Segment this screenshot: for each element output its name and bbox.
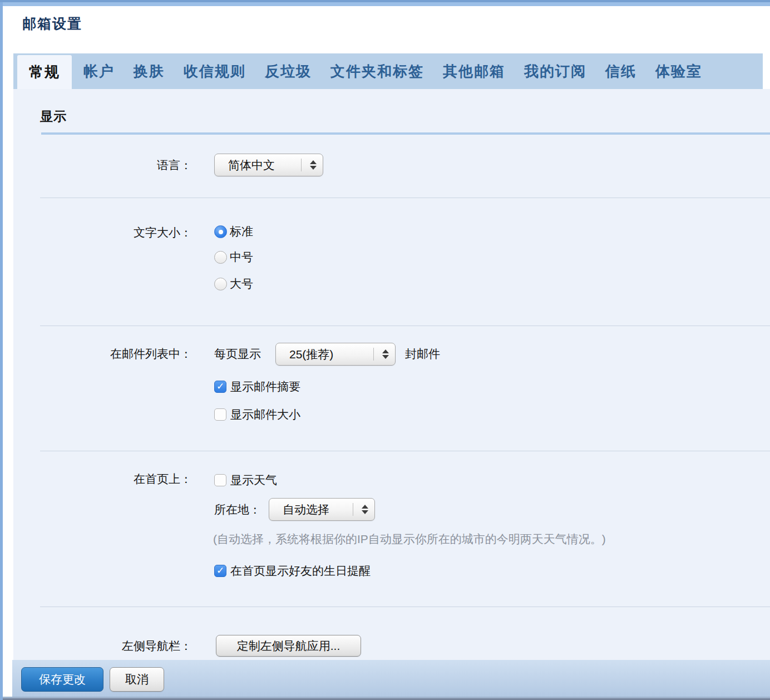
customize-left-nav-button[interactable]: 定制左侧导航应用... <box>216 635 361 657</box>
tab-lab[interactable]: 体验室 <box>655 53 702 89</box>
section-title-display: 显示 <box>40 108 67 125</box>
button-label: 定制左侧导航应用... <box>237 638 340 654</box>
tab-label: 收信规则 <box>184 62 246 81</box>
tab-label: 我的订阅 <box>524 62 586 81</box>
select-separator <box>353 503 353 516</box>
tab-account[interactable]: 帐户 <box>83 53 115 89</box>
tab-mail-rules[interactable]: 收信规则 <box>184 53 246 89</box>
select-separator <box>373 348 374 361</box>
checkbox-label: 显示邮件摘要 <box>230 379 300 395</box>
checkbox-label: 显示邮件大小 <box>230 407 300 422</box>
radio-text-size-standard[interactable]: 标准 <box>214 224 253 239</box>
cancel-button[interactable]: 取消 <box>110 667 164 692</box>
checkbox-icon: ✓ <box>214 565 226 577</box>
location-select-value: 自动选择 <box>269 502 329 517</box>
checkbox-label: 显示天气 <box>230 472 277 488</box>
radio-icon <box>214 225 227 238</box>
location-note: (自动选择，系统将根据你的IP自动显示你所在的城市的今明两天天气情况。) <box>213 531 606 546</box>
divider <box>40 607 770 607</box>
radio-label: 中号 <box>230 249 253 265</box>
button-label: 取消 <box>125 672 149 687</box>
tab-label: 常规 <box>29 62 60 82</box>
save-changes-button[interactable]: 保存更改 <box>21 667 103 692</box>
language-label: 语言： <box>25 157 192 172</box>
left-nav-label: 左侧导航栏： <box>25 638 192 653</box>
checkbox-show-mail-summary[interactable]: ✓ 显示邮件摘要 <box>214 379 300 395</box>
radio-text-size-large[interactable]: 大号 <box>214 276 253 292</box>
tab-skin[interactable]: 换肤 <box>134 53 165 89</box>
check-icon: ✓ <box>215 381 226 392</box>
language-select[interactable]: 简体中文 <box>214 154 323 176</box>
tab-folders-labels[interactable]: 文件夹和标签 <box>330 53 424 89</box>
tab-label: 反垃圾 <box>265 62 312 81</box>
tab-label: 换肤 <box>134 62 165 81</box>
select-arrows-icon <box>362 499 368 520</box>
radio-icon <box>214 278 227 290</box>
check-icon: ✓ <box>215 565 226 576</box>
language-select-value: 简体中文 <box>215 157 275 173</box>
checkbox-show-mail-size[interactable]: ✓ 显示邮件大小 <box>214 407 300 422</box>
tab-label: 文件夹和标签 <box>330 62 424 81</box>
radio-label: 标准 <box>230 224 253 239</box>
settings-content-area <box>13 89 770 660</box>
radio-label: 大号 <box>230 276 253 292</box>
divider <box>40 326 770 326</box>
homepage-label: 在首页上： <box>25 471 192 486</box>
checkbox-icon: ✓ <box>214 381 226 393</box>
select-separator <box>301 159 302 171</box>
radio-text-size-medium[interactable]: 中号 <box>214 249 253 265</box>
location-select[interactable]: 自动选择 <box>269 498 375 521</box>
radio-icon <box>214 251 227 264</box>
tab-label: 信纸 <box>605 62 636 81</box>
tab-label: 体验室 <box>655 62 702 81</box>
checkbox-icon: ✓ <box>214 474 226 486</box>
mail-list-label: 在邮件列表中： <box>25 346 192 361</box>
checkbox-label: 在首页显示好友的生日提醒 <box>230 563 371 579</box>
divider <box>40 451 770 451</box>
checkbox-icon: ✓ <box>214 408 226 421</box>
per-page-select-value: 25(推荐) <box>276 347 333 362</box>
per-page-prefix: 每页显示 <box>214 346 261 361</box>
divider <box>40 198 770 198</box>
checkbox-birthday-reminder[interactable]: ✓ 在首页显示好友的生日提醒 <box>214 563 371 579</box>
text-size-label: 文字大小： <box>25 225 192 240</box>
tab-antispam[interactable]: 反垃圾 <box>265 53 312 89</box>
select-arrows-icon <box>382 343 389 365</box>
page-title: 邮箱设置 <box>22 14 82 33</box>
tab-stationery[interactable]: 信纸 <box>605 53 636 89</box>
tab-general[interactable]: 常规 <box>17 55 72 89</box>
select-arrows-icon <box>310 154 317 176</box>
section-underline <box>41 132 770 135</box>
tab-label: 帐户 <box>83 62 115 81</box>
settings-tabbar: 常规 帐户 换肤 收信规则 反垃圾 文件夹和标签 其他邮箱 我的订阅 信纸 体验… <box>13 53 763 89</box>
tab-other-mailboxes[interactable]: 其他邮箱 <box>443 53 505 89</box>
tab-label: 其他邮箱 <box>443 62 505 81</box>
location-label: 所在地： <box>214 502 261 517</box>
per-page-select[interactable]: 25(推荐) <box>275 343 396 366</box>
mail-settings-page: 邮箱设置 常规 帐户 换肤 收信规则 反垃圾 文件夹和标签 其他邮箱 我的订阅 … <box>0 0 770 700</box>
checkbox-show-weather[interactable]: ✓ 显示天气 <box>214 472 277 488</box>
per-page-suffix: 封邮件 <box>405 346 440 361</box>
button-label: 保存更改 <box>39 672 86 687</box>
window-frame-top-inner <box>0 2 770 6</box>
tab-my-subscriptions[interactable]: 我的订阅 <box>524 53 586 89</box>
